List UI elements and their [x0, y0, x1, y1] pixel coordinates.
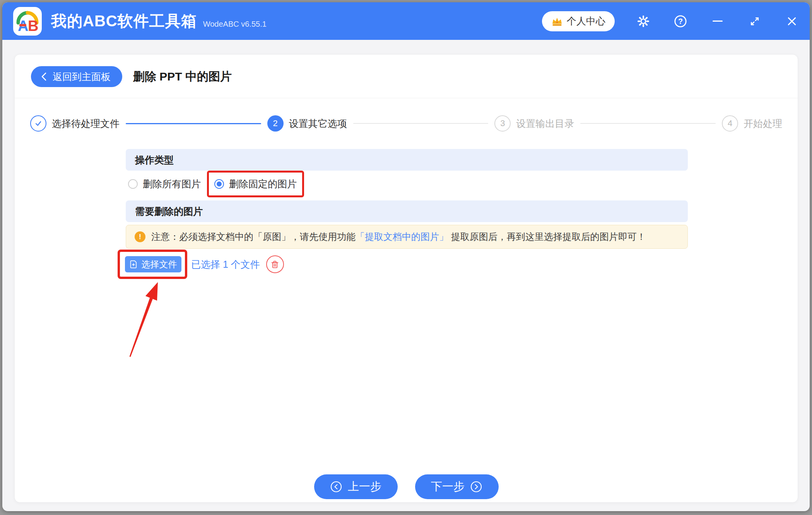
help-button[interactable]: ? — [672, 13, 689, 30]
app-version: WodeABC v6.55.1 — [203, 20, 267, 29]
annotation-box-radio: 删除固定的图片 — [207, 171, 304, 197]
svg-text:B: B — [28, 18, 38, 34]
file-plus-icon — [130, 260, 138, 269]
prev-step-label: 上一步 — [348, 479, 381, 494]
step-3-circle: 3 — [494, 115, 511, 132]
step-connector — [580, 123, 716, 124]
svg-text:?: ? — [678, 17, 683, 26]
app-window: A B 我的ABC软件工具箱 WodeABC v6.55.1 个人中心 — [2, 2, 810, 511]
step-4-circle: 4 — [722, 115, 738, 132]
app-title: 我的ABC软件工具箱 — [51, 10, 197, 32]
step-1-label: 选择待处理文件 — [52, 117, 120, 130]
prev-circle-icon — [330, 481, 342, 493]
maximize-button[interactable] — [746, 13, 763, 30]
step-connector — [353, 123, 489, 124]
radio-delete-fixed-images[interactable]: 删除固定的图片 — [214, 178, 297, 190]
selected-files-link[interactable]: 已选择 1 个文件 — [191, 258, 260, 271]
red-arrow-annotation — [127, 281, 166, 359]
radio-delete-all-images[interactable]: 删除所有图片 — [128, 178, 201, 190]
step-3-label: 设置输出目录 — [516, 117, 574, 130]
close-button[interactable] — [783, 13, 800, 30]
minimize-button[interactable] — [709, 13, 726, 30]
clear-files-button[interactable] — [266, 255, 284, 273]
select-file-button[interactable]: 选择文件 — [125, 256, 181, 272]
step-connector — [126, 123, 261, 124]
settings-button[interactable] — [635, 13, 652, 30]
gear-icon — [637, 15, 650, 27]
step-2-circle: 2 — [267, 115, 284, 132]
annotation-box-select-file: 选择文件 — [118, 250, 187, 279]
notice-text: 注意：必须选择文档中的「原图」，请先使用功能「提取文档中的图片」 提取原图后，再… — [151, 231, 646, 243]
page-title: 删除 PPT 中的图片 — [133, 69, 232, 85]
radio-unchecked-icon — [128, 179, 138, 189]
step-2-options: 2 设置其它选项 — [267, 115, 347, 132]
notice-suffix: 提取原图后，再到这里选择提取后的图片即可！ — [448, 231, 646, 242]
crown-icon — [551, 16, 563, 26]
maximize-icon — [749, 15, 761, 27]
radio-delete-fixed-label: 删除固定的图片 — [229, 178, 297, 190]
images-to-delete-banner: 需要删除的图片 — [126, 200, 688, 222]
file-select-row: 选择文件 已选择 1 个文件 — [126, 250, 688, 279]
wizard-footer: 上一步 下一步 — [15, 474, 798, 499]
title-bar: A B 我的ABC软件工具箱 WodeABC v6.55.1 个人中心 — [2, 2, 810, 40]
notice-bar: ! 注意：必须选择文档中的「原图」，请先使用功能「提取文档中的图片」 提取原图后… — [126, 225, 688, 249]
page-header: 返回到主面板 删除 PPT 中的图片 — [15, 55, 798, 87]
select-file-label: 选择文件 — [142, 258, 177, 270]
operation-type-banner: 操作类型 — [126, 149, 688, 171]
radio-delete-all-label: 删除所有图片 — [143, 178, 201, 190]
back-button-label: 返回到主面板 — [53, 70, 111, 83]
app-logo: A B — [13, 7, 42, 36]
next-step-button[interactable]: 下一步 — [415, 474, 499, 499]
back-to-dashboard-button[interactable]: 返回到主面板 — [31, 66, 122, 87]
operation-type-title: 操作类型 — [135, 154, 174, 166]
user-center-button[interactable]: 个人中心 — [542, 11, 615, 31]
step-4-start: 4 开始处理 — [722, 115, 782, 132]
help-icon: ? — [674, 15, 687, 28]
trash-icon — [270, 260, 279, 269]
step-1-circle — [30, 115, 46, 132]
settings-column: 操作类型 删除所有图片 删除固定的图片 需要删除的图片 — [126, 149, 688, 279]
images-to-delete-title: 需要删除的图片 — [135, 205, 203, 218]
step-3-output-dir: 3 设置输出目录 — [494, 115, 574, 132]
prev-step-button[interactable]: 上一步 — [314, 474, 398, 499]
step-indicator: 选择待处理文件 2 设置其它选项 3 设置输出目录 4 开始处理 — [15, 98, 798, 132]
step-2-label: 设置其它选项 — [289, 117, 347, 130]
main-panel: 返回到主面板 删除 PPT 中的图片 选择待处理文件 2 设置其它选项 — [14, 54, 798, 503]
step-1-select-files: 选择待处理文件 — [30, 115, 120, 132]
back-chevron-icon — [40, 72, 48, 82]
next-step-label: 下一步 — [431, 479, 465, 494]
notice-prefix: 注意：必须选择文档中的「原图」，请先使用功能 — [151, 231, 356, 242]
minimize-icon — [713, 21, 723, 22]
extract-images-feature-link[interactable]: 「提取文档中的图片」 — [356, 231, 448, 242]
step-4-label: 开始处理 — [744, 117, 782, 130]
app-logo-icon: A B — [13, 7, 42, 36]
operation-type-options: 删除所有图片 删除固定的图片 — [126, 171, 688, 197]
warning-icon: ! — [135, 231, 145, 242]
radio-checked-icon — [214, 179, 224, 189]
user-center-label: 个人中心 — [567, 15, 605, 27]
close-icon — [786, 15, 798, 27]
check-icon — [34, 119, 43, 128]
next-circle-icon — [470, 481, 482, 493]
